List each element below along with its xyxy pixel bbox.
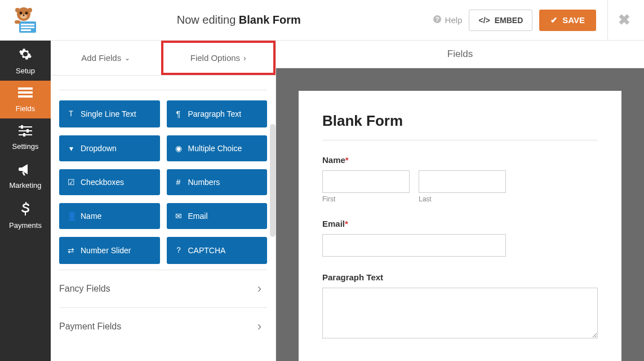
field-email-preview[interactable]: Email* [322,219,598,257]
form-card: Blank Form Name* First Last [299,91,621,361]
standard-fields-grid: ＴSingle Line Text ¶Paragraph Text ▾Dropd… [59,90,267,264]
svg-point-1 [20,11,23,14]
svg-rect-22 [23,133,25,137]
first-name-input[interactable] [322,170,410,193]
field-captcha[interactable]: ？CAPTCHA [167,237,268,264]
scrollbar[interactable] [270,124,276,237]
panel-tabs: Add Fields ⌄ Field Options › [51,41,276,76]
divider [322,140,598,140]
slider-icon: ⇄ [67,246,75,255]
field-number-slider[interactable]: ⇄Number Slider [59,237,160,264]
first-sublabel: First [322,195,410,203]
svg-rect-10 [21,29,31,31]
form-preview: Fields Blank Form Name* First Last [276,41,644,361]
field-name-preview[interactable]: Name* First Last [322,155,598,203]
nav-marketing[interactable]: Marketing [0,156,51,195]
paragraph-icon: ¶ [175,109,183,118]
field-name[interactable]: 👤Name [59,203,160,229]
field-paragraph-text[interactable]: ¶Paragraph Text [167,100,268,127]
svg-text:?: ? [435,16,439,23]
svg-rect-19 [19,130,32,131]
text-icon: Ｔ [67,109,75,119]
svg-rect-8 [21,24,34,25]
required-asterisk: * [345,155,349,165]
group-payment-fields[interactable]: Payment Fields › [59,307,267,345]
tab-add-fields[interactable]: Add Fields ⌄ [51,41,161,75]
svg-rect-20 [26,129,29,133]
help-icon: ? [433,15,442,25]
tab-field-options[interactable]: Field Options › [161,41,276,75]
code-icon: </> [478,16,490,25]
nav-setup[interactable]: Setup [0,41,51,81]
envelope-icon: ✉ [175,212,183,221]
chevron-down-icon: ⌄ [125,54,130,62]
field-numbers[interactable]: #Numbers [167,169,268,195]
field-groups: Fancy Fields › Payment Fields › [59,270,267,345]
check-icon: ✔ [550,15,558,25]
last-sublabel: Last [419,195,506,203]
last-name-input[interactable] [419,170,506,193]
email-input[interactable] [322,234,506,257]
svg-rect-18 [21,125,23,129]
caret-down-square-icon: ▾ [67,144,75,153]
fields-panel: Add Fields ⌄ Field Options › ＴSingle Lin… [51,41,276,361]
email-label: Email* [322,219,598,228]
field-dropdown[interactable]: ▾Dropdown [59,135,160,161]
editing-title: Now editing Blank Form [45,14,433,27]
svg-point-4 [23,14,25,16]
chevron-right-icon: › [257,281,267,296]
nav-payments[interactable]: Payments [0,195,51,235]
field-email[interactable]: ✉Email [167,203,268,229]
svg-rect-15 [18,91,33,94]
question-circle-icon: ？ [175,245,183,256]
app-logo [6,3,45,37]
embed-button[interactable]: </> EMBED [469,10,532,31]
paragraph-textarea[interactable] [322,288,598,338]
dollar-icon [21,202,30,219]
svg-rect-14 [18,87,33,90]
svg-rect-11 [15,20,20,24]
nav-fields[interactable]: Fields [0,81,51,118]
field-checkboxes[interactable]: ☑Checkboxes [59,169,160,195]
group-fancy-fields[interactable]: Fancy Fields › [59,270,267,307]
chevron-right-icon: › [257,319,267,334]
svg-point-6 [28,8,32,12]
dot-circle-icon: ◉ [175,144,183,153]
paragraph-label: Paragraph Text [322,272,598,282]
svg-rect-16 [18,95,33,98]
app-header: Now editing Blank Form ? Help </> EMBED … [0,0,644,41]
svg-rect-17 [19,126,32,127]
hash-icon: # [175,178,183,187]
field-single-line-text[interactable]: ＴSingle Line Text [59,100,160,127]
check-square-icon: ☑ [67,178,75,187]
sidebar-nav: Setup Fields Settings Marketing Payments [0,41,51,361]
svg-point-5 [15,8,20,12]
gear-icon [19,47,32,64]
close-button[interactable]: ✖ [607,0,634,41]
save-button[interactable]: ✔ SAVE [539,10,596,31]
header-actions: ? Help </> EMBED ✔ SAVE ✖ [433,0,644,41]
svg-point-2 [25,11,28,14]
nav-settings[interactable]: Settings [0,118,51,156]
field-multiple-choice[interactable]: ◉Multiple Choice [167,135,268,161]
field-paragraph-preview[interactable]: Paragraph Text [322,272,598,341]
form-title: Blank Form [322,112,598,130]
svg-rect-9 [21,27,34,28]
name-label: Name* [322,155,598,165]
bullhorn-icon [19,163,32,179]
required-asterisk: * [345,219,348,228]
chevron-right-icon: › [243,54,246,63]
help-link[interactable]: ? Help [433,15,463,25]
sliders-icon [19,125,32,140]
user-icon: 👤 [67,212,75,221]
list-icon [18,87,33,102]
preview-section-title: Fields [276,41,644,68]
